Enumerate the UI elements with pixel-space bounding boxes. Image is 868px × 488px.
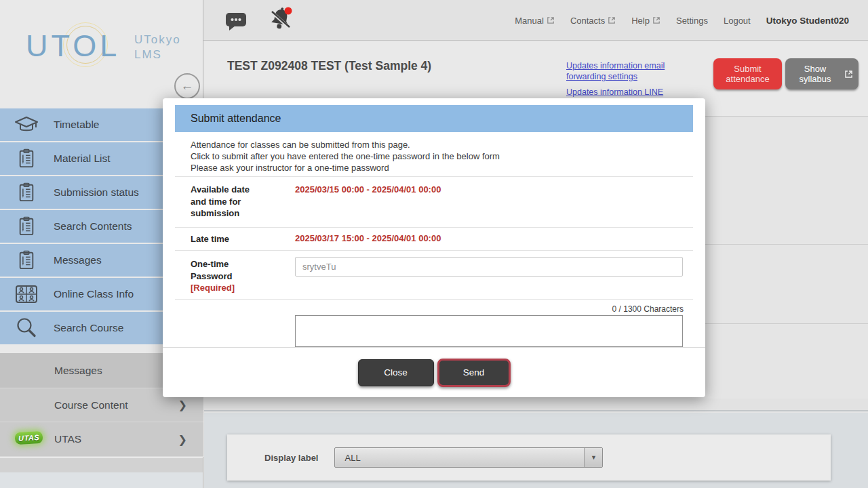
late-time-value: 2025/03/17 15:00 - 2025/04/01 00:00 xyxy=(295,233,441,243)
nav-contacts[interactable]: Contacts xyxy=(570,16,616,26)
modal-divider xyxy=(175,227,693,228)
modal-divider xyxy=(175,299,693,300)
external-link-icon xyxy=(547,16,555,24)
nav-logout[interactable]: Logout xyxy=(724,16,751,26)
late-time-label: Late time xyxy=(191,233,285,245)
modal-divider xyxy=(175,176,693,177)
sidebar-item-label: Online Class Info xyxy=(54,288,134,300)
available-date-label: Available date and time for submission xyxy=(191,184,267,220)
close-button[interactable]: Close xyxy=(358,359,434,386)
nav-help[interactable]: Help xyxy=(631,16,660,26)
sidebar-item-label: UTAS xyxy=(54,433,81,445)
sidebar-item-label: Search Course xyxy=(54,322,123,334)
submit-attendance-modal: Submit attendance Attendance for classes… xyxy=(163,98,705,397)
dropdown-arrow-icon[interactable]: ▼ xyxy=(584,448,602,467)
sidebar-item-label: Messages xyxy=(54,254,102,266)
clipboard-icon xyxy=(14,247,39,273)
utas-logo-icon: UTAS xyxy=(15,431,43,445)
logo-subtext: UTokyo LMS xyxy=(134,33,181,62)
modal-divider xyxy=(175,250,693,251)
top-nav: Manual Contacts Help Settings Logout Uto… xyxy=(515,0,849,41)
bell-muted-icon[interactable] xyxy=(267,5,294,34)
display-label-panel: Display label ALL ▼ xyxy=(227,434,831,481)
back-arrow-icon: ← xyxy=(181,79,194,94)
search-icon xyxy=(14,315,39,341)
content-bottom-band xyxy=(204,399,868,411)
nav-settings[interactable]: Settings xyxy=(676,16,708,26)
collapse-sidebar-button[interactable]: ← xyxy=(174,73,200,99)
external-link-icon xyxy=(608,16,616,24)
show-syllabus-button[interactable]: Show syllabus xyxy=(785,58,859,89)
sidebar-item-label: Course Content xyxy=(54,399,128,411)
modal-footer: Close Send xyxy=(163,347,705,397)
link-email-forwarding-settings[interactable]: Updates information email forwarding set… xyxy=(566,60,677,82)
clipboard-icon xyxy=(14,214,39,239)
modal-intro: Attendance for classes can be submitted … xyxy=(191,139,500,174)
link-line-settings[interactable]: Updates information LINE xyxy=(566,87,677,98)
display-label-text: Display label xyxy=(264,453,318,463)
display-label-select[interactable]: ALL ▼ xyxy=(334,447,603,468)
clipboard-icon xyxy=(14,146,39,171)
sidebar-item-label: Search Contents xyxy=(54,220,132,232)
header-links: Updates information email forwarding set… xyxy=(566,60,677,98)
selected-option: ALL xyxy=(344,453,360,463)
sidebar-item-label: Material List xyxy=(54,152,111,165)
sidebar-item-utas[interactable]: UTAS UTAS ❯ xyxy=(0,422,203,457)
sidebar-item-label: Timetable xyxy=(54,119,99,131)
top-bar: Manual Contacts Help Settings Logout Uto… xyxy=(203,0,868,41)
graduation-cap-icon xyxy=(14,112,39,138)
sidebar-bottom-area xyxy=(0,472,203,488)
utol-logo: UTOL UTokyo LMS xyxy=(26,28,189,83)
sidebar-bottom-strip xyxy=(0,458,203,472)
video-grid-icon xyxy=(14,281,39,307)
character-counter: 0 / 1300 Characters xyxy=(612,304,684,314)
external-link-icon xyxy=(844,69,853,79)
modal-title: Submit attendance xyxy=(175,105,693,132)
notification-badge xyxy=(285,7,292,15)
chat-bubble-icon[interactable] xyxy=(224,10,248,32)
comment-textarea[interactable] xyxy=(295,315,683,347)
external-link-icon xyxy=(652,16,660,24)
clipboard-icon xyxy=(14,180,39,205)
available-date-value: 2025/03/15 00:00 - 2025/04/01 00:00 xyxy=(295,184,441,195)
submit-attendance-button[interactable]: Submit attendance xyxy=(713,58,782,89)
send-button[interactable]: Send xyxy=(437,359,511,387)
chevron-right-icon: ❯ xyxy=(178,433,187,446)
chevron-right-icon: ❯ xyxy=(178,399,187,411)
required-badge: [Required] xyxy=(191,282,267,294)
sidebar-item-label: Submission status xyxy=(54,186,139,199)
nav-manual[interactable]: Manual xyxy=(515,16,555,26)
course-title: TEST Z092408 TEST (Test Sample 4) xyxy=(227,59,431,73)
one-time-password-input[interactable] xyxy=(295,257,683,277)
one-time-password-label: One-time Password [Required] xyxy=(191,258,267,294)
sidebar-item-label: Messages xyxy=(54,365,102,377)
username: Utokyo Student020 xyxy=(766,16,849,26)
